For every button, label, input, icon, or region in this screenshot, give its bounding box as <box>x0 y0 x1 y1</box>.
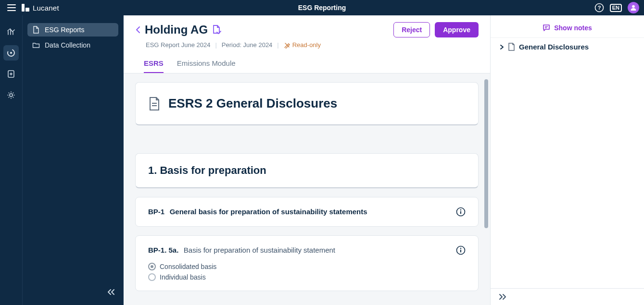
svg-rect-29 <box>460 211 461 214</box>
scrollbar[interactable] <box>484 79 488 228</box>
svg-point-12 <box>10 52 12 54</box>
section-heading: 1. Basis for preparation <box>148 164 466 177</box>
svg-point-31 <box>460 248 461 249</box>
sidebar-item-esg-reports[interactable]: ESG Reports <box>27 23 118 37</box>
rail-reports-icon[interactable] <box>3 66 19 82</box>
svg-rect-3 <box>22 4 25 12</box>
card-bp1-5a: BP-1. 5a. Basis for preparation of susta… <box>135 235 479 291</box>
document-icon <box>508 43 515 51</box>
expand-panel-icon[interactable] <box>498 293 636 300</box>
disclosure-title: General basis for preparation of sustain… <box>170 207 367 216</box>
readonly-icon <box>284 42 290 49</box>
svg-point-28 <box>460 209 461 210</box>
radio-individual-basis[interactable]: Individual basis <box>148 273 466 281</box>
right-panel: Show notes General Disclosures <box>490 15 644 305</box>
show-notes-button[interactable]: Show notes <box>543 24 592 32</box>
folder-icon <box>32 41 40 49</box>
nav-rail <box>0 15 23 305</box>
readonly-badge: Read-only <box>284 41 321 49</box>
svg-line-23 <box>9 97 9 98</box>
language-selector[interactable]: EN <box>610 4 622 12</box>
radio-label: Consolidated basis <box>160 263 216 270</box>
rail-esg-icon[interactable] <box>3 45 19 61</box>
radio-consolidated-basis[interactable]: Consolidated basis <box>148 263 466 270</box>
document-status-icon <box>212 24 221 35</box>
report-name: ESG Report June 2024 <box>146 41 210 49</box>
page-title: ESG Reporting <box>298 4 346 12</box>
radio-label: Individual basis <box>160 273 206 281</box>
back-icon[interactable] <box>135 25 141 34</box>
tab-esrs[interactable]: ESRS <box>144 55 164 73</box>
chevron-right-icon <box>499 44 504 50</box>
svg-line-22 <box>13 97 13 98</box>
disclosure-code: BP-1 <box>148 207 164 216</box>
disclosure-code: BP-1. 5a. <box>148 246 178 254</box>
show-notes-label: Show notes <box>554 24 592 32</box>
brand-name: Lucanet <box>33 4 59 12</box>
help-icon[interactable]: ? <box>594 3 604 12</box>
radio-icon <box>148 273 156 281</box>
entity-title: Holding AG <box>145 23 208 37</box>
sidebar: ESG Reports Data Collection <box>23 15 124 305</box>
svg-rect-4 <box>25 8 29 12</box>
tab-bar: ESRS Emissions Module <box>135 55 479 73</box>
sidebar-item-label: Data Collection <box>45 41 90 49</box>
separator: | <box>277 41 278 49</box>
separator: | <box>215 41 216 49</box>
disclosure-title: Basis for preparation of sustainability … <box>184 246 335 254</box>
svg-line-21 <box>9 93 9 93</box>
radio-icon <box>148 263 156 270</box>
reject-button[interactable]: Reject <box>393 22 430 37</box>
document-icon <box>32 26 40 34</box>
rail-dashboard-icon[interactable] <box>3 24 19 39</box>
collapse-sidebar-icon[interactable] <box>107 289 115 295</box>
approve-button[interactable]: Approve <box>435 22 479 37</box>
tab-emissions[interactable]: Emissions Module <box>177 55 236 73</box>
hamburger-menu-icon[interactable] <box>5 1 18 14</box>
user-avatar[interactable] <box>628 2 639 13</box>
period-label: Period: June 2024 <box>222 41 273 49</box>
content-area: Holding AG Reject Approve ESG Report Jun… <box>124 15 490 305</box>
card-bp1: BP-1 General basis for preparation of su… <box>135 197 479 227</box>
sidebar-item-label: ESG Reports <box>45 26 84 34</box>
main-heading: ESRS 2 General Disclosures <box>168 96 337 111</box>
top-bar: Lucanet ESG Reporting ? EN <box>0 0 644 15</box>
svg-point-7 <box>632 5 635 8</box>
content-header: Holding AG Reject Approve ESG Report Jun… <box>124 15 490 73</box>
tree-item-general-disclosures[interactable]: General Disclosures <box>499 43 635 51</box>
svg-point-16 <box>10 94 13 97</box>
card-main-heading: ESRS 2 General Disclosures <box>135 82 479 125</box>
svg-rect-32 <box>460 250 461 253</box>
brand-mark-icon <box>21 3 30 12</box>
chat-icon <box>543 24 550 32</box>
svg-line-24 <box>13 93 13 93</box>
sidebar-item-data-collection[interactable]: Data Collection <box>27 38 118 52</box>
tree-item-label: General Disclosures <box>519 43 589 51</box>
document-icon <box>148 97 161 111</box>
scroll-area: ESRS 2 General Disclosures 1. Basis for … <box>124 73 490 305</box>
info-icon[interactable] <box>456 207 466 217</box>
brand-logo: Lucanet <box>21 3 59 12</box>
card-section-heading: 1. Basis for preparation <box>135 153 479 188</box>
svg-text:?: ? <box>597 5 601 11</box>
info-icon[interactable] <box>456 245 466 255</box>
rail-settings-icon[interactable] <box>3 87 19 103</box>
